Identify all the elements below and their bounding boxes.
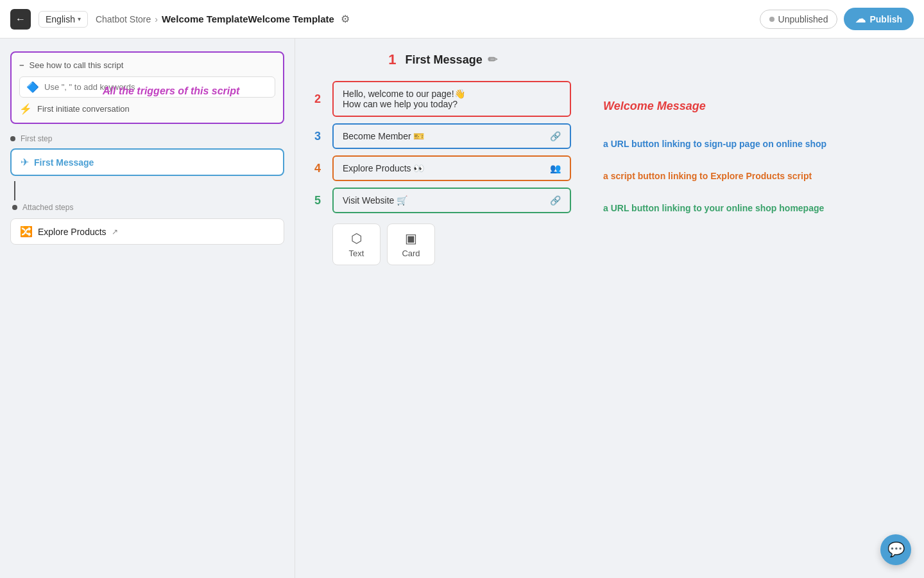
message-row-5: 5 Visit Website 🛒 🔗 (314, 188, 571, 213)
msg-num-5: 5 (314, 194, 327, 207)
msg-num-2: 2 (314, 92, 327, 106)
back-icon: ← (15, 13, 26, 25)
explore-step-label: Explore Products (38, 227, 107, 237)
cloud-icon: ☁ (855, 13, 866, 25)
breadcrumb-store[interactable]: Chatbot Store (96, 14, 151, 24)
edit-icon[interactable]: ✏ (488, 53, 497, 67)
first-message-step[interactable]: ✈ First Message (10, 148, 284, 176)
unpublished-button[interactable]: Unpublished (760, 10, 838, 29)
canvas-section-title: 1 First Message ✏ (314, 51, 571, 68)
canvas-area: 1 First Message ✏ 2 Hello, welcome to ou… (295, 39, 590, 578)
paper-plane-icon: ✈ (21, 156, 29, 168)
first-init-row: ⚡ First initiate conversation (19, 103, 275, 115)
explore-products-text: Explore Products 👀 (343, 163, 425, 173)
main-layout: − See how to call this script 🔷 ⚡ First … (0, 39, 924, 578)
keyword-icon: 🔷 (26, 81, 39, 93)
text-icon: ⬡ (351, 231, 362, 246)
annotation-welcome-text: Welcome Message (603, 100, 706, 112)
breadcrumb: Chatbot Store › Welcome TemplateWelcome … (96, 13, 350, 25)
annotation-explore-text: a script button linking to Explore Produ… (603, 171, 812, 181)
annotation-visit: a URL button linking to your online shop… (603, 202, 824, 214)
trigger-panel: − See how to call this script 🔷 ⚡ First … (10, 51, 284, 124)
app-header: ← English ▾ Chatbot Store › Welcome Temp… (0, 0, 924, 39)
steps-section: First step ✈ First Message Attached step… (10, 134, 284, 245)
sidebar: − See how to call this script 🔷 ⚡ First … (0, 39, 295, 578)
publish-label: Publish (869, 14, 902, 24)
explore-products-block[interactable]: Explore Products 👀 👥 (332, 155, 571, 181)
chevron-down-icon: ▾ (78, 15, 81, 22)
unpublished-label: Unpublished (778, 14, 828, 24)
text-btn-label: Text (349, 249, 364, 258)
section-title: First Message (406, 53, 483, 67)
welcome-message-block[interactable]: Hello, welcome to our page!👋How can we h… (332, 81, 571, 117)
attached-steps-text: Attached steps (22, 203, 73, 212)
share-icon-explore: 👥 (550, 163, 561, 173)
breadcrumb-separator: › (155, 14, 158, 24)
msg-num-4: 4 (314, 162, 327, 175)
language-label: English (46, 14, 75, 24)
external-link-icon: ↗ (112, 227, 118, 236)
annotation-become: a URL button linking to sign-up page on … (603, 138, 826, 150)
chat-bubble-button[interactable]: 💬 (880, 534, 911, 565)
step-number-label: 1 (388, 51, 396, 68)
lightning-icon: ⚡ (19, 103, 32, 115)
language-selector[interactable]: English ▾ (38, 11, 88, 28)
welcome-message-text: Hello, welcome to our page!👋How can we h… (343, 89, 465, 109)
status-dot (769, 17, 774, 22)
visit-website-block[interactable]: Visit Website 🛒 🔗 (332, 188, 571, 213)
link-icon-become: 🔗 (550, 131, 561, 141)
annotation-explore: a script button linking to Explore Produ… (603, 170, 812, 182)
breadcrumb-title: Welcome TemplateWelcome Template (162, 13, 334, 24)
become-member-block[interactable]: Become Member 🎫 🔗 (332, 123, 571, 149)
first-step-label: First step (10, 134, 284, 143)
first-message-label: First Message (34, 157, 94, 168)
publish-button[interactable]: ☁ Publish (844, 8, 914, 30)
attached-steps-label: Attached steps (12, 203, 73, 212)
trigger-header[interactable]: − See how to call this script (19, 60, 275, 70)
card-btn-label: Card (402, 249, 420, 258)
chat-bubble-icon: 💬 (887, 541, 905, 558)
keyword-input[interactable] (44, 82, 268, 92)
annotation-become-text: a URL button linking to sign-up page on … (603, 139, 826, 149)
message-row-3: 3 Become Member 🎫 🔗 (314, 123, 571, 149)
add-buttons-row: ⬡ Text ▣ Card (314, 223, 571, 265)
gear-icon[interactable]: ⚙ (341, 13, 350, 25)
attached-dot (12, 205, 17, 210)
add-text-button[interactable]: ⬡ Text (332, 223, 381, 265)
header-actions: Unpublished ☁ Publish (760, 8, 914, 30)
link-icon-visit: 🔗 (550, 195, 561, 206)
back-button[interactable]: ← (10, 9, 31, 30)
explore-products-step[interactable]: 🔀 Explore Products ↗ (10, 218, 284, 245)
explore-icon: 🔀 (20, 225, 33, 238)
add-card-button[interactable]: ▣ Card (387, 223, 435, 265)
first-init-label: First initiate conversation (37, 104, 130, 114)
first-step-text: First step (21, 134, 52, 143)
msg-num-3: 3 (314, 130, 327, 143)
message-row-4: 4 Explore Products 👀 👥 (314, 155, 571, 181)
collapse-icon: − (19, 60, 24, 70)
annotations-panel: Welcome Message a URL button linking to … (590, 39, 924, 578)
trigger-header-label: See how to call this script (30, 60, 124, 70)
card-icon: ▣ (405, 231, 417, 246)
message-row-2: 2 Hello, welcome to our page!👋How can we… (314, 81, 571, 117)
annotation-visit-text: a URL button linking to your online shop… (603, 203, 824, 213)
annotation-welcome: Welcome Message (603, 100, 706, 113)
visit-website-text: Visit Website 🛒 (343, 195, 407, 206)
keyword-input-row: 🔷 (19, 76, 275, 98)
become-member-text: Become Member 🎫 (343, 131, 424, 141)
step-dot (10, 136, 15, 141)
